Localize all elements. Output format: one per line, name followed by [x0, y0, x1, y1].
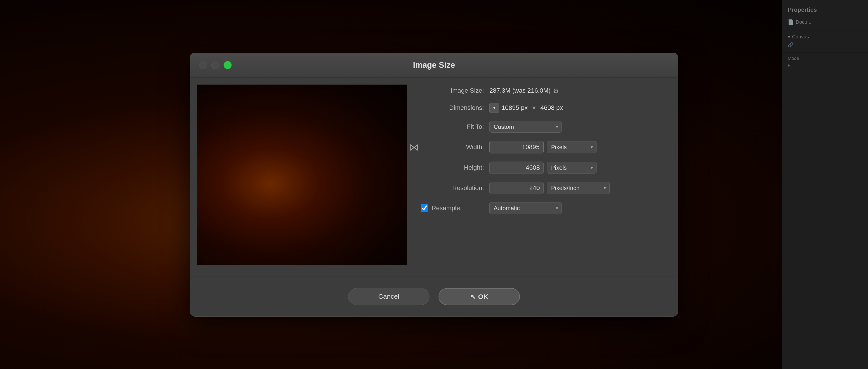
fit-to-label: Fit To:	[421, 123, 484, 130]
dialog-title: Image Size	[413, 60, 455, 70]
height-row: Height: Pixels Inches Centimeters ▾	[421, 161, 664, 174]
width-input[interactable]	[489, 141, 544, 153]
width-unit-wrapper: Pixels Inches Centimeters ▾	[544, 141, 596, 153]
gear-icon[interactable]: ⚙	[553, 87, 559, 95]
close-button[interactable]	[199, 61, 207, 69]
dimensions-height-value: 4608 px	[540, 104, 563, 112]
image-size-row: Image Size: 287.3M (was 216.0M) ⚙	[421, 87, 664, 95]
resample-label-group: Resample:	[421, 204, 484, 212]
fit-to-select-wrapper: Custom Original Size Screen Resolution 7…	[489, 121, 562, 133]
ok-button[interactable]: ↖OK	[438, 288, 520, 305]
image-size-label: Image Size:	[421, 87, 484, 94]
height-input[interactable]	[489, 161, 544, 174]
dimensions-label: Dimensions:	[421, 104, 484, 112]
dimensions-values: ▾ 10895 px × 4608 px	[489, 103, 563, 113]
modal-overlay: Image Size Image Size: 287.3M (was 216.0…	[0, 0, 868, 369]
dimensions-x: ×	[532, 104, 536, 112]
image-size-value: 287.3M (was 216.0M)	[489, 87, 551, 94]
controls-area: Image Size: 287.3M (was 216.0M) ⚙ Dimens…	[407, 78, 678, 272]
dimensions-dropdown-button[interactable]: ▾	[489, 103, 499, 113]
buttons-row: Cancel ↖OK	[190, 281, 678, 316]
resample-checkbox[interactable]	[421, 204, 428, 212]
resolution-row: Resolution: Pixels/Inch Pixels/Centimete…	[421, 182, 664, 194]
height-label: Height:	[421, 164, 484, 171]
minimize-button[interactable]	[211, 61, 219, 69]
resolution-unit-wrapper: Pixels/Inch Pixels/Centimeter ▾	[544, 182, 610, 194]
titlebar-controls	[199, 61, 232, 69]
image-size-dialog: Image Size Image Size: 287.3M (was 216.0…	[190, 53, 678, 316]
resample-select-wrapper: Automatic Preserve Details Bicubic Smoot…	[489, 202, 562, 214]
resolution-label: Resolution:	[421, 184, 484, 192]
width-unit-select[interactable]: Pixels Inches Centimeters	[547, 141, 596, 153]
resolution-unit-select[interactable]: Pixels/Inch Pixels/Centimeter	[547, 182, 610, 194]
resolution-input[interactable]	[489, 182, 544, 194]
modal-titlebar: Image Size	[190, 53, 678, 78]
cursor-indicator: ↖	[470, 293, 476, 301]
fit-to-select[interactable]: Custom Original Size Screen Resolution 7…	[489, 121, 562, 133]
maximize-button[interactable]	[223, 61, 232, 69]
modal-body: Image Size: 287.3M (was 216.0M) ⚙ Dimens…	[190, 78, 678, 272]
dimensions-row: Dimensions: ▾ 10895 px × 4608 px	[421, 103, 664, 113]
width-row: ⋈ Width: Pixels Inches Centimeters ▾	[421, 141, 664, 153]
width-label: Width:	[421, 144, 484, 151]
resample-row: Resample: Automatic Preserve Details Bic…	[421, 202, 664, 214]
cancel-button[interactable]: Cancel	[348, 288, 430, 305]
height-unit-select[interactable]: Pixels Inches Centimeters	[547, 162, 596, 174]
link-icon: ⋈	[409, 142, 419, 153]
resample-select[interactable]: Automatic Preserve Details Bicubic Smoot…	[489, 202, 562, 214]
image-preview	[197, 85, 407, 265]
height-unit-wrapper: Pixels Inches Centimeters ▾	[544, 162, 596, 174]
dimensions-width-value: 10895 px	[502, 104, 528, 112]
fit-to-row: Fit To: Custom Original Size Screen Reso…	[421, 121, 664, 133]
